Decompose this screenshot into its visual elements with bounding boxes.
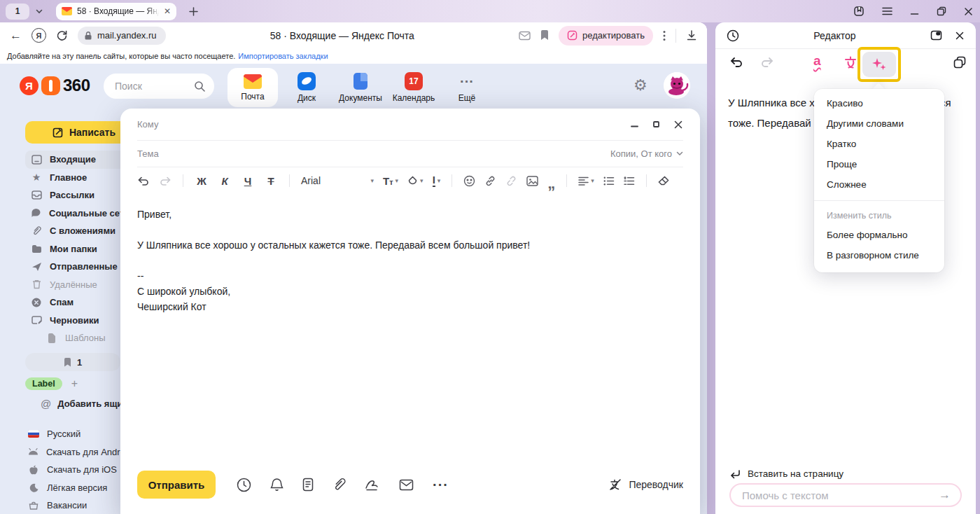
restore-icon[interactable] (937, 6, 946, 16)
import-bookmarks-link[interactable]: Импортировать закладки (238, 52, 328, 60)
undo-icon[interactable] (137, 176, 150, 186)
menu-item-shorten[interactable]: Кратко (814, 134, 944, 154)
menu-icon[interactable] (882, 7, 892, 15)
close-window-icon[interactable] (964, 7, 973, 16)
app-tab-calendar[interactable]: 17 Календарь (386, 68, 441, 107)
history-icon[interactable] (727, 29, 739, 42)
tab-panel-icon[interactable] (853, 6, 864, 17)
image-button[interactable] (526, 176, 538, 186)
link-button[interactable] (484, 175, 496, 187)
menu-item-more-formal[interactable]: Более формально (814, 225, 944, 245)
envelope-icon[interactable] (399, 479, 414, 491)
panel-close-icon[interactable] (955, 31, 965, 41)
minimize-icon[interactable] (910, 7, 919, 16)
compose-minimize-icon[interactable] (630, 120, 639, 129)
cc-from-toggle[interactable]: Копии, От кого (610, 148, 683, 159)
sidebar-item-main[interactable]: ★ Главное (25, 169, 120, 187)
yandex360-logo[interactable]: Я 360 (20, 76, 90, 95)
bold-button[interactable]: Ж (195, 175, 209, 187)
insert-on-page-button[interactable]: Вставить на страницу (729, 468, 844, 479)
sidebar-item-mailings[interactable]: Рассылки (25, 186, 120, 204)
ai-sparkles-button[interactable] (862, 52, 896, 77)
emoji-button[interactable] (463, 175, 475, 187)
edit-mode-button[interactable]: редактировать (559, 26, 653, 46)
refresh-icon[interactable] (56, 29, 68, 41)
eraser-button[interactable] (658, 176, 669, 186)
gear-icon[interactable]: ⚙ (634, 76, 648, 95)
kebab-menu-icon[interactable] (663, 30, 666, 41)
android-download-link[interactable]: Скачать для Android (0, 443, 120, 461)
browser-tab[interactable]: 58 · Входящие — Яндек ✕ (56, 3, 176, 20)
sidebar-item-my-folders[interactable]: Мои папки (25, 240, 120, 258)
download-icon[interactable] (686, 29, 697, 41)
quote-button[interactable]: „ (547, 181, 555, 187)
tab-counter[interactable]: 1 (6, 4, 29, 20)
app-tab-disk[interactable]: Диск (286, 68, 327, 107)
subject-field[interactable]: Тема (137, 148, 159, 159)
unlink-button[interactable] (505, 175, 517, 187)
bullet-list-button[interactable] (603, 176, 615, 186)
app-tab-docs[interactable]: Документы (333, 68, 388, 107)
signature-icon[interactable] (365, 478, 380, 491)
attach-icon[interactable] (332, 478, 346, 492)
bookmark-icon[interactable] (540, 30, 549, 41)
search-box[interactable] (104, 74, 214, 99)
language-link[interactable]: Русский (0, 425, 120, 443)
numbered-list-button[interactable] (624, 176, 635, 186)
sidebar-item-spam[interactable]: Спам (25, 293, 120, 312)
font-size-select[interactable]: Tт▾ (383, 175, 398, 187)
open-in-window-icon[interactable] (930, 30, 942, 41)
copy-icon[interactable] (953, 56, 966, 69)
menu-item-rephrase[interactable]: Другими словами (814, 113, 944, 134)
sidebar-item-sent[interactable]: Отправленные (25, 258, 120, 276)
bookmarks-filter[interactable]: 1 (25, 353, 120, 371)
template-icon[interactable] (302, 478, 314, 492)
more-options-icon[interactable]: ··· (433, 477, 449, 493)
editor-redo-icon[interactable] (760, 56, 774, 68)
translator-button[interactable]: Переводчик (608, 478, 683, 492)
sidebar-item-attachments[interactable]: С вложениями (25, 222, 120, 240)
vacancies-link[interactable]: Вакансии (0, 496, 120, 514)
mail-notify-icon[interactable] (519, 31, 531, 41)
compose-expand-icon[interactable] (652, 120, 660, 128)
sidebar-item-inbox[interactable]: Входящие (25, 151, 120, 169)
translate-icon[interactable] (843, 55, 858, 70)
italic-button[interactable]: К (218, 175, 232, 187)
add-mailbox-button[interactable]: @ Добавить ящик (41, 398, 127, 410)
schedule-icon[interactable] (237, 478, 251, 492)
sidebar-item-templates[interactable]: Шаблоны (25, 329, 120, 347)
menu-item-complexify[interactable]: Сложнее (814, 174, 944, 195)
ios-download-link[interactable]: Скачать для iOS (0, 461, 120, 479)
avatar[interactable] (664, 72, 690, 99)
font-family-select[interactable]: Arial ▾ (301, 175, 374, 186)
menu-item-simplify[interactable]: Проще (814, 154, 944, 174)
yandex-services-icon[interactable]: Я (31, 28, 46, 43)
strikethrough-button[interactable]: T (264, 175, 278, 187)
sidebar-item-deleted[interactable]: Удалённые (25, 276, 120, 294)
app-tab-mail[interactable]: Почта (227, 68, 278, 107)
new-tab-button[interactable] (185, 3, 202, 20)
submit-arrow-icon[interactable]: → (939, 488, 951, 502)
to-field[interactable]: Кому (137, 119, 158, 130)
search-input[interactable] (115, 81, 194, 92)
compose-close-icon[interactable] (673, 120, 683, 130)
label-tag[interactable]: Label (25, 377, 62, 390)
sidebar-item-social[interactable]: Социальные сети (25, 204, 120, 223)
text-color-button[interactable]: I▾ (433, 174, 441, 187)
message-body[interactable]: Привет, У Шляпника все хорошо у остальны… (137, 207, 672, 314)
align-button[interactable]: ▾ (578, 176, 594, 186)
spellcheck-icon[interactable]: a (813, 53, 821, 69)
menu-item-conversational[interactable]: В разговорном стиле (814, 245, 944, 265)
tab-close-icon[interactable]: ✕ (164, 7, 171, 15)
app-tab-more[interactable]: ··· Ещё (449, 68, 485, 107)
redo-icon[interactable] (159, 176, 172, 186)
chevron-down-icon[interactable] (35, 7, 43, 15)
add-label-icon[interactable]: + (71, 377, 78, 390)
underline-button[interactable]: Ч (241, 175, 255, 187)
back-icon[interactable]: ← (10, 29, 22, 41)
reminder-icon[interactable] (270, 478, 284, 492)
highlight-color-button[interactable]: ▾ (407, 176, 424, 186)
ai-prompt-input[interactable] (742, 489, 939, 501)
editor-undo-icon[interactable] (729, 56, 743, 68)
sidebar-item-drafts[interactable]: Черновики (25, 312, 120, 330)
